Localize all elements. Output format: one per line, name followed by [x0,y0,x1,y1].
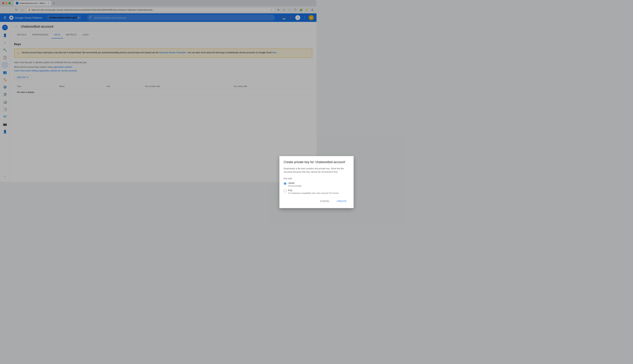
create-key-dialog: Create private key for 'chatwootbot-acco… [279,156,316,182]
browser-window: chatwootbot-account – IAM &... ✕ + ← → ↻… [0,0,316,182]
key-type-label: Key type [284,177,316,180]
modal-overlay: Create private key for 'chatwootbot-acco… [0,0,316,182]
json-option[interactable]: JSON Recommended [284,182,316,182]
json-label: JSON [288,182,302,182]
dialog-description: Downloads a file that contains the priva… [284,167,316,174]
dialog-title: Create private key for 'chatwootbot-acco… [284,160,316,164]
